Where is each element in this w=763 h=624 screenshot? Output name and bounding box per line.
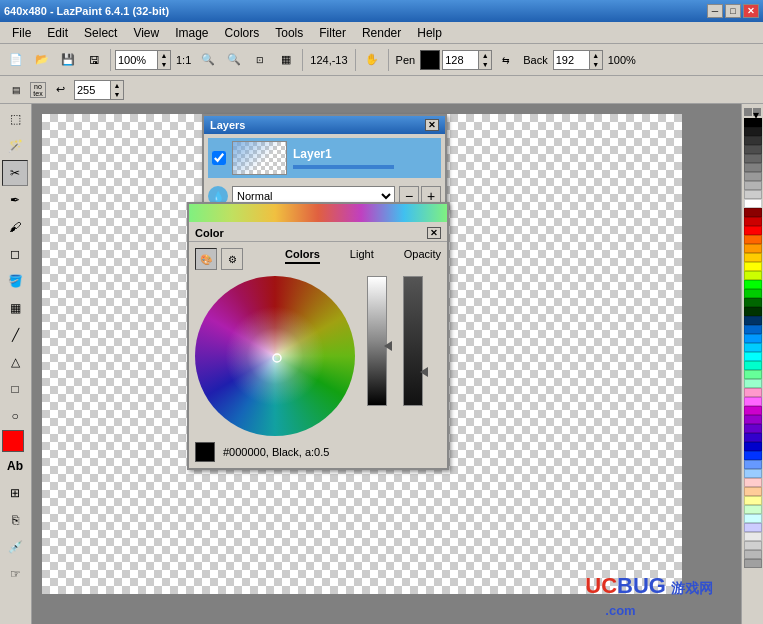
palette-swatch[interactable] (744, 316, 762, 325)
layers-close-button[interactable]: ✕ (425, 119, 439, 131)
palette-swatch[interactable] (744, 289, 762, 298)
color-panel-titlebar[interactable]: Color ✕ (189, 224, 447, 242)
color-preview[interactable] (195, 442, 215, 462)
zoom-input[interactable]: 100% (115, 50, 157, 70)
palette-swatch[interactable] (744, 172, 762, 181)
palette-swatch[interactable] (744, 415, 762, 424)
palette-swatch[interactable] (744, 352, 762, 361)
color-panel-close-button[interactable]: ✕ (427, 227, 441, 239)
shape-tool[interactable]: △ (2, 349, 28, 375)
open-button[interactable]: 📂 (30, 48, 54, 72)
grid-button[interactable]: ▦ (274, 48, 298, 72)
palette-swatch[interactable] (744, 307, 762, 316)
palette-swatch[interactable] (744, 550, 762, 559)
palette-swatch[interactable] (744, 181, 762, 190)
palette-swatch[interactable] (744, 343, 762, 352)
menu-filter[interactable]: Filter (311, 24, 354, 42)
select-all-button[interactable]: ▤ (4, 78, 28, 102)
palette-swatch[interactable] (744, 280, 762, 289)
notex-button[interactable]: notex (30, 82, 46, 98)
zoom-out-button[interactable]: 🔍 (196, 48, 220, 72)
palette-swatch[interactable] (744, 145, 762, 154)
palette-swatch[interactable] (744, 505, 762, 514)
pen-tool[interactable]: ✒ (2, 187, 28, 213)
palette-swatch[interactable] (744, 262, 762, 271)
palette-swatch[interactable] (744, 523, 762, 532)
light-slider-track[interactable] (367, 276, 387, 406)
text-tool[interactable]: Ab (2, 453, 28, 479)
swap-colors-button[interactable]: ⇆ (494, 48, 518, 72)
menu-select[interactable]: Select (76, 24, 125, 42)
fore-spinbox[interactable]: 128 ▲ ▼ (442, 50, 492, 70)
palette-swatch[interactable] (744, 541, 762, 550)
palette-swatch[interactable] (744, 532, 762, 541)
palette-swatch[interactable] (744, 253, 762, 262)
minimize-button[interactable]: ─ (707, 4, 723, 18)
save-as-button[interactable]: 🖫 (82, 48, 106, 72)
fore-up[interactable]: ▲ (479, 51, 491, 60)
palette-swatch[interactable] (744, 487, 762, 496)
menu-help[interactable]: Help (409, 24, 450, 42)
size-spinbox[interactable]: ▲ ▼ (74, 80, 124, 100)
color-picker-alt-icon[interactable]: ⚙ (221, 248, 243, 270)
tab-light[interactable]: Light (350, 248, 374, 264)
size-input[interactable] (74, 80, 110, 100)
hand-tool[interactable]: ☞ (2, 561, 28, 587)
zoom-spinbox[interactable]: 100% ▲ ▼ (115, 50, 171, 70)
menu-render[interactable]: Render (354, 24, 409, 42)
ellipse-tool[interactable]: ○ (2, 403, 28, 429)
palette-swatch[interactable] (744, 271, 762, 280)
eraser-tool[interactable]: ◻ (2, 241, 28, 267)
menu-tools[interactable]: Tools (267, 24, 311, 42)
zoom-up[interactable]: ▲ (158, 51, 170, 60)
fore-down[interactable]: ▼ (479, 60, 491, 69)
menu-edit[interactable]: Edit (39, 24, 76, 42)
palette-swatch[interactable] (744, 442, 762, 451)
palette-swatch[interactable] (744, 154, 762, 163)
palette-swatch[interactable] (744, 208, 762, 217)
palette-swatch[interactable] (744, 451, 762, 460)
back-up[interactable]: ▲ (590, 51, 602, 60)
menu-view[interactable]: View (125, 24, 167, 42)
zoom-down[interactable]: ▼ (158, 60, 170, 69)
palette-swatch[interactable] (744, 496, 762, 505)
palette-swatch[interactable] (744, 370, 762, 379)
palette-swatch[interactable] (744, 190, 762, 199)
palette-swatch[interactable] (744, 334, 762, 343)
palette-swatch[interactable] (744, 433, 762, 442)
hand-tool-button[interactable]: ✋ (360, 48, 384, 72)
back-spinbox[interactable]: 192 ▲ ▼ (553, 50, 603, 70)
palette-swatch[interactable] (744, 235, 762, 244)
line-tool[interactable]: ╱ (2, 322, 28, 348)
palette-swatch[interactable] (744, 397, 762, 406)
opacity-slider-track[interactable] (403, 276, 423, 406)
size-down[interactable]: ▼ (111, 90, 123, 99)
palette-swatch[interactable] (744, 460, 762, 469)
palette-swatch[interactable] (744, 298, 762, 307)
layer-row[interactable]: Layer1 (208, 138, 441, 178)
palette-swatch[interactable] (744, 388, 762, 397)
close-button[interactable]: ✕ (743, 4, 759, 18)
selection-tool[interactable]: ⬚ (2, 106, 28, 132)
zoom-in-button[interactable]: 🔍 (222, 48, 246, 72)
transform-tool[interactable]: ⊞ (2, 480, 28, 506)
maximize-button[interactable]: □ (725, 4, 741, 18)
rect-tool[interactable]: □ (2, 376, 28, 402)
save-button[interactable]: 💾 (56, 48, 80, 72)
light-slider-handle[interactable] (384, 341, 392, 351)
color-wheel[interactable] (195, 276, 355, 436)
new-button[interactable]: 📄 (4, 48, 28, 72)
palette-swatch[interactable] (744, 244, 762, 253)
palette-swatch[interactable] (744, 136, 762, 145)
zoom-fit-button[interactable]: ⊡ (248, 48, 272, 72)
palette-swatch[interactable] (744, 118, 762, 127)
clone-tool[interactable]: ⎘ (2, 507, 28, 533)
palette-swatch[interactable] (744, 361, 762, 370)
palette-toggle[interactable] (744, 108, 752, 116)
menu-file[interactable]: File (4, 24, 39, 42)
palette-swatch[interactable] (744, 379, 762, 388)
palette-swatch[interactable] (744, 163, 762, 172)
palette-swatch[interactable] (744, 559, 762, 568)
palette-swatch[interactable] (744, 406, 762, 415)
gradient-tool[interactable]: ▦ (2, 295, 28, 321)
